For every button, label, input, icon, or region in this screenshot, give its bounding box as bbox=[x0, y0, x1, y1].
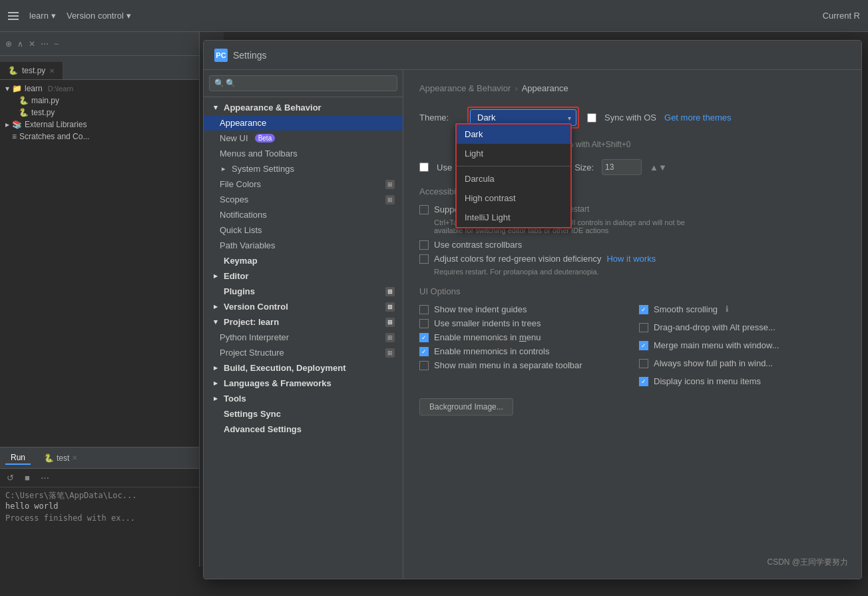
sync-os-checkbox[interactable] bbox=[587, 113, 596, 123]
version-control-menu[interactable]: Version control ▾ bbox=[67, 11, 131, 21]
chevron-down-icon: ▾ bbox=[51, 11, 56, 21]
item-label: Editor bbox=[224, 271, 249, 281]
python-icon: 🐍 bbox=[8, 66, 18, 75]
stree-tools[interactable]: ▸ Tools bbox=[204, 391, 403, 406]
info-icon[interactable]: ℹ bbox=[726, 304, 729, 314]
enable-mnemonics-controls-checkbox[interactable]: ✓ bbox=[419, 347, 429, 356]
contrast-scrollbars-checkbox[interactable] bbox=[419, 240, 429, 250]
globe-icon[interactable]: ⊕ bbox=[5, 39, 12, 49]
stree-settings-sync[interactable]: ▸ Settings Sync bbox=[204, 406, 403, 422]
stree-project-structure[interactable]: Project Structure ⊞ bbox=[204, 345, 403, 360]
dropdown-item-high-contrast[interactable]: High contrast bbox=[457, 188, 570, 208]
smaller-indents-checkbox[interactable] bbox=[419, 319, 429, 328]
run-line-2: hello world bbox=[5, 501, 194, 511]
support-screen-readers-checkbox[interactable] bbox=[419, 205, 429, 214]
stree-advanced-settings[interactable]: ▸ Advanced Settings bbox=[204, 422, 403, 437]
show-tree-indent-checkbox[interactable] bbox=[419, 305, 429, 314]
run-tab[interactable]: Run bbox=[5, 451, 31, 465]
settings-search-input[interactable] bbox=[209, 75, 397, 91]
test-tab[interactable]: 🐍 test ✕ bbox=[39, 452, 83, 464]
breadcrumb: Appearance & Behavior › Appearance bbox=[419, 83, 845, 93]
dropdown-item-dark[interactable]: Dark bbox=[457, 125, 570, 144]
stop-icon[interactable]: ■ bbox=[20, 471, 35, 485]
how-it-works-link[interactable]: How it works bbox=[606, 254, 656, 264]
use-font-checkbox[interactable] bbox=[419, 162, 429, 172]
drag-drop-checkbox[interactable] bbox=[639, 323, 648, 332]
show-main-menu-toolbar-checkbox[interactable] bbox=[419, 361, 429, 370]
tree-external-libraries[interactable]: ▸ 📚 External Libraries bbox=[0, 119, 199, 131]
tab-label: test.py bbox=[22, 66, 45, 75]
expand-icon: ▸ bbox=[212, 272, 220, 280]
adjust-colors-checkbox[interactable] bbox=[419, 254, 429, 264]
item-label: Scratches and Co... bbox=[19, 132, 89, 141]
run-line-1: C:\Users\落笔\AppData\Loc... bbox=[5, 490, 194, 501]
tab-test-py[interactable]: 🐍 test.py ✕ bbox=[0, 62, 63, 79]
close-tab-icon[interactable]: ✕ bbox=[72, 454, 77, 461]
tree-test-py[interactable]: 🐍 test.py bbox=[0, 107, 199, 119]
up-icon[interactable]: ∧ bbox=[17, 39, 23, 49]
file-tree-panel: ⊕ ∧ ✕ ⋯ − 🐍 test.py ✕ ▾ 📁 learn D:\learn bbox=[0, 32, 200, 567]
close-icon[interactable]: ✕ bbox=[29, 39, 35, 49]
item-label: Scopes bbox=[220, 194, 248, 204]
settings-search-area: 🔍 bbox=[204, 70, 403, 97]
adjust-colors-label: Adjust colors for red-green vision defic… bbox=[434, 254, 601, 264]
stree-scopes[interactable]: Scopes ⊞ bbox=[204, 192, 403, 207]
item-label: File Colors bbox=[220, 179, 261, 189]
tree-main-py[interactable]: 🐍 main.py bbox=[0, 95, 199, 107]
stree-plugins[interactable]: ▸ Plugins ⊞ bbox=[204, 284, 403, 299]
stree-file-colors[interactable]: File Colors ⊞ bbox=[204, 176, 403, 192]
close-tab-icon[interactable]: ✕ bbox=[49, 67, 55, 75]
scratches-icon: ≡ bbox=[12, 132, 17, 141]
show-tree-indent-label: Show tree indent guides bbox=[434, 304, 527, 314]
show-tree-indent-row: Show tree indent guides bbox=[419, 304, 626, 314]
stree-system-settings[interactable]: ▸ System Settings bbox=[204, 161, 403, 176]
background-image-button[interactable]: Background Image... bbox=[419, 398, 513, 416]
version-control-label: Version control bbox=[67, 11, 124, 21]
stree-new-ui[interactable]: New UI Beta bbox=[204, 131, 403, 146]
size-spinner-icon[interactable]: ▲▼ bbox=[650, 162, 667, 172]
smaller-indents-row: Use smaller indents in trees bbox=[419, 318, 626, 328]
expand-icon: ▾ bbox=[212, 318, 220, 326]
rerun-icon[interactable]: ↺ bbox=[3, 471, 17, 485]
font-size-input[interactable] bbox=[602, 159, 642, 175]
file-tree-header: ⊕ ∧ ✕ ⋯ − bbox=[0, 32, 199, 56]
merge-main-menu-checkbox[interactable]: ✓ bbox=[639, 341, 648, 350]
stree-python-interpreter[interactable]: Python Interpreter ⊞ bbox=[204, 330, 403, 345]
stree-keymap[interactable]: ▸ Keymap bbox=[204, 253, 403, 268]
expand-icon: ▸ bbox=[5, 120, 9, 129]
stree-appearance[interactable]: Appearance bbox=[204, 115, 403, 131]
display-icons-checkbox[interactable]: ✓ bbox=[639, 377, 648, 386]
enable-mnemonics-menu-checkbox[interactable]: ✓ bbox=[419, 333, 429, 342]
stree-menus-toolbars[interactable]: Menus and Toolbars bbox=[204, 146, 403, 161]
stree-languages[interactable]: ▸ Languages & Frameworks bbox=[204, 376, 403, 391]
item-label: Project: learn bbox=[224, 317, 279, 327]
smooth-scrolling-checkbox[interactable]: ✓ bbox=[639, 305, 648, 314]
stree-notifications[interactable]: Notifications bbox=[204, 207, 403, 222]
item-label: Appearance & Behavior bbox=[224, 103, 322, 113]
settings-icon: PC bbox=[214, 49, 228, 62]
stree-path-variables[interactable]: Path Variables bbox=[204, 238, 403, 253]
item-label: Keymap bbox=[224, 256, 258, 266]
stree-project-learn[interactable]: ▾ Project: learn ⊞ bbox=[204, 314, 403, 330]
dropdown-item-intellij-light[interactable]: IntelliJ Light bbox=[457, 208, 570, 227]
more-run-icon[interactable]: ⋯ bbox=[37, 471, 52, 485]
dropdown-item-light[interactable]: Light bbox=[457, 144, 570, 163]
tree-scratches[interactable]: ▸ ≡ Scratches and Co... bbox=[0, 131, 199, 143]
minimize-icon[interactable]: − bbox=[54, 39, 59, 49]
item-label: Path Variables bbox=[220, 240, 276, 250]
stree-appearance-behavior[interactable]: ▾ Appearance & Behavior bbox=[204, 100, 403, 115]
tree-project-root[interactable]: ▾ 📁 learn D:\learn bbox=[0, 83, 199, 95]
stree-version-control[interactable]: ▸ Version Control ⊞ bbox=[204, 299, 403, 314]
more-icon[interactable]: ⋯ bbox=[41, 39, 49, 49]
settings-tree: ▾ Appearance & Behavior Appearance New U… bbox=[204, 97, 403, 579]
hamburger-menu[interactable] bbox=[8, 12, 19, 20]
stree-editor[interactable]: ▸ Editor bbox=[204, 268, 403, 284]
get-more-themes-link[interactable]: Get more themes bbox=[664, 113, 731, 123]
dropdown-item-darcula[interactable]: Darcula bbox=[457, 169, 570, 188]
editor-tabs: 🐍 test.py ✕ bbox=[0, 56, 199, 80]
always-show-full-path-checkbox[interactable] bbox=[639, 359, 648, 368]
stree-quick-lists[interactable]: Quick Lists bbox=[204, 222, 403, 238]
stree-build-exec[interactable]: ▸ Build, Execution, Deployment bbox=[204, 360, 403, 376]
use-label: Use bbox=[437, 162, 452, 172]
app-name[interactable]: learn ▾ bbox=[29, 11, 56, 21]
